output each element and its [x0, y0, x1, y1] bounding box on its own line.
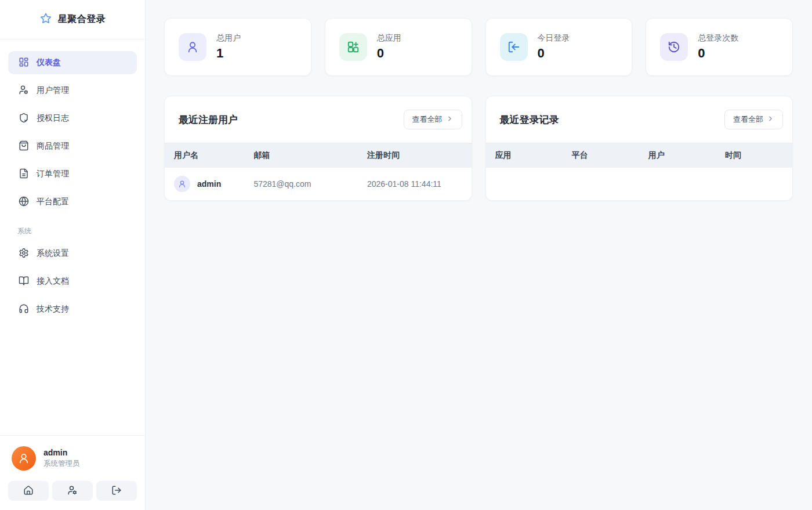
stat-value: 0 [538, 46, 570, 61]
file-text-icon [19, 168, 29, 180]
sidebar-item-label: 接入文档 [37, 276, 69, 287]
footer-buttons [8, 481, 137, 501]
current-user-info: admin 系统管理员 [44, 448, 80, 469]
home-icon [23, 485, 34, 497]
user-cog-icon [19, 85, 29, 97]
sidebar-item-label: 系统设置 [37, 248, 69, 259]
profile-settings-button[interactable] [52, 481, 93, 501]
app-window: 星聚合登录 仪表盘 用户管理 授权日志 商品管理 订单管理 [0, 0, 812, 510]
sidebar-item-label: 平台配置 [37, 197, 69, 207]
sidebar-item-label: 商品管理 [37, 141, 69, 151]
stat-value: 1 [216, 46, 241, 61]
logout-icon [111, 485, 122, 497]
stat-label: 总应用 [377, 33, 401, 44]
sidebar-item-label: 技术支持 [37, 304, 69, 314]
stat-card-total-users: 总用户 1 [164, 18, 311, 76]
gear-icon [19, 248, 29, 260]
user-icon [179, 33, 206, 61]
column-header-user: 用户 [639, 150, 716, 161]
column-header-username: 用户名 [165, 150, 244, 161]
current-user-block: admin 系统管理员 [8, 444, 137, 473]
logout-button[interactable] [96, 481, 137, 501]
view-all-users-button[interactable]: 查看全部 [404, 110, 462, 129]
login-icon [500, 33, 528, 61]
stat-value: 0 [377, 46, 401, 61]
brand-header: 星聚合登录 [0, 0, 145, 39]
recent-logins-header: 最近登录记录 查看全部 [486, 96, 793, 143]
avatar [12, 446, 36, 471]
sidebar-item-label: 用户管理 [37, 85, 69, 96]
globe-icon [19, 196, 29, 208]
panel-title: 最近登录记录 [500, 113, 559, 126]
sidebar-item-support[interactable]: 技术支持 [8, 298, 137, 321]
logins-table-empty-body [486, 167, 793, 200]
stat-label: 今日登录 [538, 33, 570, 44]
users-table-header: 用户名 邮箱 注册时间 [165, 143, 472, 167]
view-all-logins-button[interactable]: 查看全部 [724, 110, 783, 129]
panels-row: 最近注册用户 查看全部 用户名 邮箱 注册时间 admin [164, 96, 793, 201]
sidebar-item-auth-logs[interactable]: 授权日志 [8, 107, 137, 130]
sidebar-item-label: 订单管理 [37, 169, 69, 179]
current-user-role: 系统管理员 [44, 459, 80, 469]
sidebar-item-dashboard[interactable]: 仪表盘 [8, 51, 137, 74]
row-registered-at: 2026-01-08 11:44:11 [358, 179, 472, 189]
sidebar-item-users[interactable]: 用户管理 [8, 79, 137, 102]
shield-check-icon [19, 113, 29, 125]
logins-table-header: 应用 平台 用户 时间 [486, 143, 793, 167]
stat-label: 总用户 [216, 33, 241, 44]
stat-label: 总登录次数 [698, 33, 738, 44]
sidebar-item-label: 授权日志 [37, 113, 69, 124]
sidebar-item-platform-config[interactable]: 平台配置 [8, 190, 137, 214]
row-email: 57281@qq.com [244, 179, 358, 189]
chevron-right-icon [446, 115, 454, 124]
apps-plus-icon [339, 33, 367, 61]
headset-icon [19, 303, 29, 316]
column-header-app: 应用 [486, 150, 563, 161]
panel-title: 最近注册用户 [179, 113, 238, 126]
sidebar-footer: admin 系统管理员 [0, 435, 145, 510]
sidebar-item-docs[interactable]: 接入文档 [8, 270, 137, 293]
home-button[interactable] [8, 481, 49, 501]
stat-card-total-logins: 总登录次数 0 [646, 18, 793, 76]
column-header-platform: 平台 [563, 150, 639, 161]
sidebar-item-orders[interactable]: 订单管理 [8, 162, 137, 186]
table-row[interactable]: admin 57281@qq.com 2026-01-08 11:44:11 [165, 167, 472, 200]
dashboard-icon [19, 57, 29, 69]
current-user-name: admin [44, 448, 80, 457]
stat-card-logins-today: 今日登录 0 [485, 18, 633, 76]
chevron-right-icon [767, 115, 774, 124]
stat-card-total-apps: 总应用 0 [325, 18, 472, 76]
recent-users-header: 最近注册用户 查看全部 [165, 96, 472, 143]
row-user-icon [174, 176, 190, 192]
shopping-bag-icon [19, 140, 29, 153]
brand-title: 星聚合登录 [58, 13, 106, 26]
stat-value: 0 [698, 46, 738, 61]
book-open-icon [19, 276, 29, 288]
view-all-label: 查看全部 [733, 114, 763, 125]
sidebar-item-label: 仪表盘 [37, 57, 61, 68]
stats-row: 总用户 1 总应用 0 今日登录 0 [164, 18, 793, 76]
nav-section-label: 系统 [0, 214, 145, 238]
view-all-label: 查看全部 [412, 114, 443, 125]
sidebar: 星聚合登录 仪表盘 用户管理 授权日志 商品管理 订单管理 [0, 0, 146, 510]
main-nav: 仪表盘 用户管理 授权日志 商品管理 订单管理 平台配置 [0, 39, 145, 214]
sidebar-item-products[interactable]: 商品管理 [8, 135, 137, 158]
system-nav: 系统设置 接入文档 技术支持 [0, 238, 145, 321]
recent-logins-panel: 最近登录记录 查看全部 应用 平台 用户 时间 [485, 96, 793, 201]
main-content: 总用户 1 总应用 0 今日登录 0 [146, 0, 812, 510]
column-header-time: 时间 [716, 150, 792, 161]
column-header-registered-at: 注册时间 [358, 150, 472, 161]
column-header-email: 邮箱 [244, 150, 358, 161]
row-username: admin [197, 179, 221, 189]
user-cog-icon [67, 485, 78, 497]
sidebar-item-system-settings[interactable]: 系统设置 [8, 242, 137, 265]
history-icon [660, 33, 688, 61]
recent-users-panel: 最近注册用户 查看全部 用户名 邮箱 注册时间 admin [164, 96, 472, 201]
star-logo-icon [39, 12, 52, 27]
